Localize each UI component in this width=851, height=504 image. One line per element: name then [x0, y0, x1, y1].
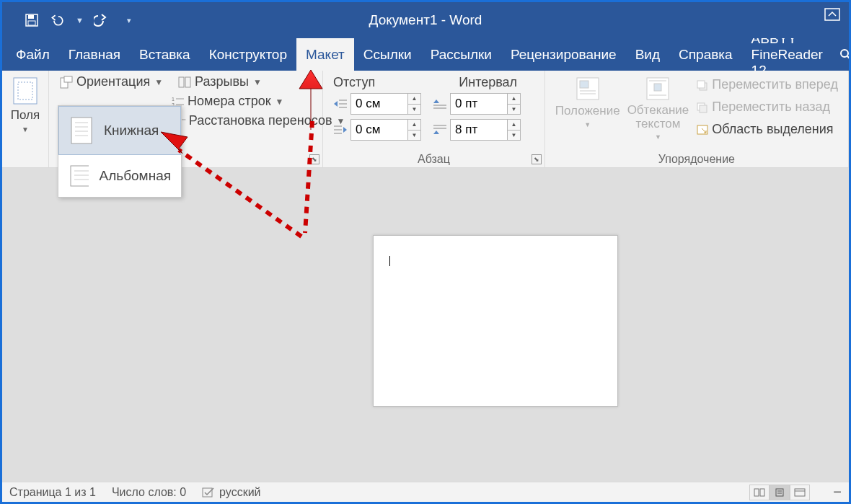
indent-right-icon — [330, 121, 350, 138]
svg-rect-49 — [754, 489, 759, 496]
svg-rect-39 — [71, 118, 92, 143]
selection-pane-icon — [696, 124, 709, 136]
view-read-mode[interactable] — [749, 485, 770, 500]
group-paragraph: Отступ Интервал ▲▼ ▲▼ — [323, 71, 545, 167]
indent-left-spinner[interactable]: ▲▼ — [330, 93, 421, 115]
space-before-input[interactable] — [450, 93, 508, 115]
view-web-layout[interactable] — [790, 485, 810, 500]
spinner-controls[interactable]: ▲▼ — [408, 119, 421, 141]
bring-forward-button: Переместить вперед — [693, 75, 841, 94]
qat-customize-icon[interactable]: ▾ — [127, 16, 131, 25]
orientation-portrait-item[interactable]: Книжная — [58, 106, 181, 155]
wrap-label: Обтекание текстом — [627, 104, 689, 131]
breaks-icon — [177, 76, 192, 89]
window-controls — [824, 8, 840, 21]
indent-right-spinner[interactable]: ▲▼ — [330, 119, 421, 141]
spinner-controls[interactable]: ▲▼ — [508, 119, 521, 141]
status-word-count[interactable]: Число слов: 0 — [112, 486, 186, 499]
selection-pane-button[interactable]: Область выделения — [693, 120, 841, 139]
svg-rect-50 — [760, 489, 764, 496]
svg-line-5 — [847, 56, 851, 60]
space-after-input[interactable] — [450, 119, 508, 141]
tab-references[interactable]: Ссылки — [354, 38, 421, 71]
svg-rect-37 — [700, 105, 707, 112]
margins-label: Поля — [11, 108, 40, 123]
space-after-spinner[interactable]: ▲▼ — [430, 119, 521, 141]
tab-home[interactable]: Главная — [59, 38, 130, 71]
document-page[interactable] — [373, 235, 618, 407]
proofing-icon — [202, 487, 215, 498]
tab-mailings[interactable]: Рассылки — [421, 38, 501, 71]
redo-icon[interactable] — [94, 12, 110, 28]
orientation-icon — [59, 75, 74, 89]
svg-rect-27 — [580, 81, 588, 88]
view-print-layout[interactable] — [770, 485, 790, 500]
tab-file[interactable]: Файл — [6, 38, 59, 71]
status-bar: Страница 1 из 1 Число слов: 0 русский − — [2, 482, 849, 502]
svg-rect-11 — [185, 77, 190, 87]
indent-left-icon — [330, 95, 350, 112]
undo-dropdown-icon[interactable]: ▼ — [76, 16, 84, 25]
status-language: русский — [219, 486, 260, 499]
view-buttons — [749, 485, 810, 500]
ribbon-options-icon[interactable] — [824, 8, 840, 21]
tab-review[interactable]: Рецензирование — [501, 38, 626, 71]
zoom-out-button[interactable]: − — [833, 484, 842, 500]
status-proofing[interactable]: русский — [202, 486, 260, 499]
tab-help[interactable]: Справка — [669, 38, 742, 71]
landscape-icon — [69, 164, 89, 188]
tab-layout[interactable]: Макет — [296, 38, 354, 71]
send-backward-button: Переместить назад — [693, 97, 841, 117]
tab-abbyy[interactable]: ABBYY FineReader 12 — [742, 38, 832, 71]
bring-forward-label: Переместить вперед — [712, 77, 838, 92]
position-button: Положение ▼ — [552, 74, 623, 143]
line-numbers-label: Номера строк — [188, 94, 271, 109]
orientation-label: Ориентация — [76, 74, 150, 89]
margins-button[interactable]: Поля ▼ — [9, 74, 41, 136]
svg-point-4 — [841, 50, 848, 57]
space-after-icon — [430, 121, 450, 138]
orientation-landscape-item[interactable]: Альбомная — [58, 155, 181, 197]
tab-view[interactable]: Вид — [626, 38, 669, 71]
tell-me-search[interactable]: Пом — [832, 38, 851, 71]
send-backward-icon — [696, 102, 709, 113]
page-setup-launcher[interactable]: ⬊ — [309, 154, 319, 164]
chevron-down-icon: ▼ — [154, 77, 163, 87]
portrait-label: Книжная — [104, 123, 159, 138]
tab-insert[interactable]: Вставка — [130, 38, 200, 71]
svg-rect-31 — [654, 84, 661, 91]
chevron-down-icon: ▼ — [22, 125, 29, 133]
svg-rect-3 — [825, 9, 839, 20]
svg-rect-54 — [795, 489, 805, 496]
wrap-text-button: Обтекание текстом ▼ — [625, 74, 692, 143]
svg-rect-10 — [179, 77, 184, 87]
space-before-icon — [430, 95, 450, 112]
undo-icon[interactable] — [50, 12, 66, 28]
chevron-down-icon: ▼ — [275, 97, 284, 107]
save-icon[interactable] — [24, 12, 40, 28]
indent-right-input[interactable] — [350, 119, 408, 141]
paragraph-group-label: Абзац — [330, 153, 537, 166]
spacing-header: Интервал — [459, 75, 517, 90]
indent-left-input[interactable] — [350, 93, 408, 115]
paragraph-launcher[interactable]: ⬊ — [532, 154, 542, 164]
text-cursor — [389, 256, 390, 266]
svg-rect-51 — [776, 489, 783, 496]
svg-text:1: 1 — [172, 97, 175, 102]
tab-design[interactable]: Конструктор — [200, 38, 296, 71]
chevron-down-icon: ▼ — [253, 77, 262, 87]
title-bar: ▼ ▾ Документ1 - Word — [2, 2, 849, 38]
document-area[interactable] — [2, 170, 849, 482]
margins-icon — [12, 76, 38, 105]
svg-rect-48 — [203, 488, 212, 497]
orientation-button[interactable]: Ориентация▼ Разрывы▼ — [56, 72, 315, 92]
spinner-controls[interactable]: ▲▼ — [408, 93, 421, 115]
group-arrange: Положение ▼ Обтекание текстом ▼ Перемест… — [545, 71, 849, 167]
quick-access-toolbar: ▼ ▾ — [2, 12, 131, 28]
indent-header: Отступ — [333, 75, 375, 90]
send-backward-label: Переместить назад — [712, 100, 830, 115]
space-before-spinner[interactable]: ▲▼ — [430, 93, 521, 115]
group-margins: Поля ▼ — [2, 71, 49, 167]
status-page[interactable]: Страница 1 из 1 — [9, 486, 96, 499]
spinner-controls[interactable]: ▲▼ — [508, 93, 521, 115]
